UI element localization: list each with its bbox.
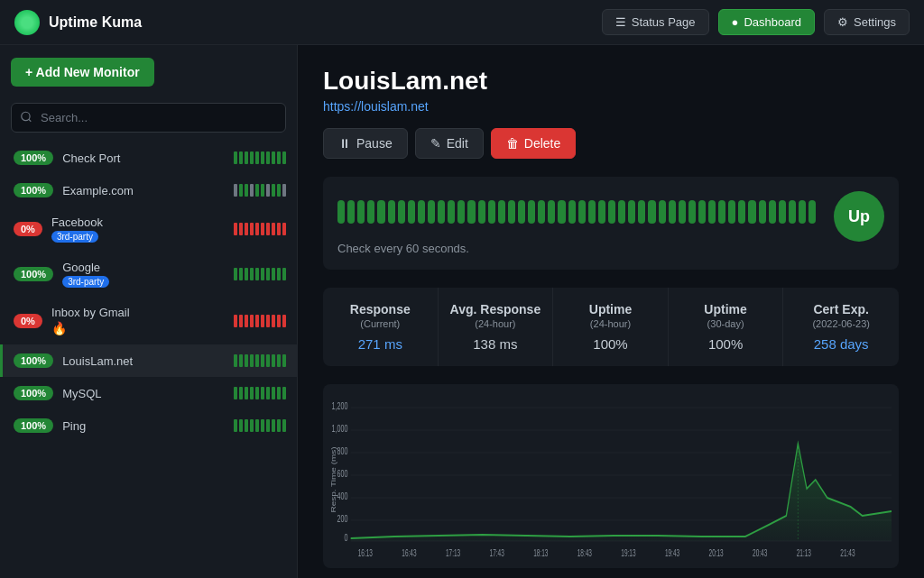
dashboard-button[interactable]: ● Dashboard — [718, 9, 815, 35]
status-bar-flex: Up — [337, 191, 884, 242]
status-pill — [548, 200, 555, 224]
app-logo: Uptime Kuma — [14, 10, 142, 35]
bar-segment — [261, 315, 264, 327]
search-input[interactable] — [11, 103, 286, 133]
status-pill — [759, 200, 766, 224]
svg-text:20:43: 20:43 — [753, 548, 767, 559]
delete-button[interactable]: 🗑 Delete — [491, 128, 576, 159]
add-monitor-button[interactable]: + Add New Monitor — [11, 58, 154, 87]
stat-value: 100% — [679, 336, 772, 352]
bar-segment — [239, 387, 243, 399]
status-pill — [457, 200, 465, 224]
monitor-item-facebook[interactable]: 0%Facebook3rd-party — [0, 206, 297, 252]
bar-segment — [245, 354, 248, 367]
status-pill — [698, 200, 706, 224]
status-pill — [789, 200, 796, 224]
status-pill — [428, 200, 435, 224]
stat-item-0: Response(Current)271 ms — [323, 288, 439, 366]
edit-button[interactable]: ✎ Edit — [415, 128, 484, 159]
stat-value: 100% — [564, 336, 657, 352]
stat-sublabel: (2022-06-23) — [794, 318, 888, 329]
bar-segment — [239, 419, 243, 432]
bar-segment — [272, 268, 275, 280]
bar-segment — [239, 315, 243, 327]
status-badge: 100% — [14, 151, 53, 165]
status-badge: 100% — [14, 386, 53, 400]
stat-sublabel: (Current) — [334, 318, 427, 329]
monitor-bars — [234, 387, 286, 399]
status-pill — [398, 200, 405, 224]
status-pill — [799, 200, 806, 224]
bar-segment — [234, 387, 237, 399]
status-pill — [448, 200, 455, 224]
svg-text:21:13: 21:13 — [797, 548, 811, 559]
bar-segment — [239, 223, 243, 235]
bar-segment — [277, 151, 281, 164]
bar-segment — [234, 268, 237, 280]
monitor-name: Inbox by Gmail🔥 — [51, 306, 225, 335]
bar-segment — [277, 184, 281, 197]
status-pill — [638, 200, 645, 224]
stat-value: 138 ms — [449, 336, 542, 352]
bar-segment — [261, 184, 264, 197]
monitor-name: Check Port — [62, 151, 225, 165]
third-party-tag: 3rd-party — [51, 231, 98, 243]
sidebar-header: + Add New Monitor — [0, 45, 297, 96]
status-pill — [679, 200, 686, 224]
status-page-button[interactable]: ☰ Status Page — [602, 9, 709, 35]
status-pills-row — [337, 200, 816, 224]
bar-segment — [277, 387, 281, 399]
status-pill — [628, 200, 635, 224]
svg-text:16:43: 16:43 — [402, 548, 416, 559]
status-page-icon: ☰ — [615, 15, 626, 29]
monitor-item-google[interactable]: 100%Google3rd-party — [0, 252, 297, 297]
monitor-item-example-com[interactable]: 100%Example.com — [0, 174, 297, 206]
stat-value: 271 ms — [334, 336, 427, 352]
status-pill — [588, 200, 596, 224]
app-title: Uptime Kuma — [49, 14, 142, 31]
monitor-item-mysql[interactable]: 100%MySQL — [0, 377, 297, 409]
sidebar: + Add New Monitor 100%Check Port100%Exam… — [0, 45, 298, 578]
settings-button[interactable]: ⚙ Settings — [824, 9, 910, 35]
status-pill — [337, 200, 345, 224]
status-pill — [408, 200, 415, 224]
stat-item-4: Cert Exp.(2022-06-23)258 days — [783, 288, 899, 366]
monitor-item-ping[interactable]: 100%Ping — [0, 409, 297, 442]
third-party-tag: 3rd-party — [62, 276, 109, 288]
bar-segment — [239, 184, 243, 197]
svg-text:17:13: 17:13 — [446, 548, 460, 559]
bar-segment — [282, 419, 286, 432]
stat-sublabel: (24-hour) — [449, 318, 542, 329]
status-badge: 100% — [14, 353, 53, 368]
monitor-bars — [234, 315, 286, 327]
stat-item-1: Avg. Response(24-hour)138 ms — [439, 288, 554, 366]
monitor-item-inbox-gmail[interactable]: 0%Inbox by Gmail🔥 — [0, 297, 297, 344]
pause-button[interactable]: ⏸ Pause — [323, 128, 408, 159]
status-pill — [608, 200, 615, 224]
bar-segment — [272, 315, 275, 327]
bar-segment — [272, 354, 275, 367]
bar-segment — [245, 419, 248, 432]
action-buttons: ⏸ Pause ✎ Edit 🗑 Delete — [323, 128, 899, 159]
monitor-name: Google3rd-party — [62, 261, 225, 288]
status-badge: 100% — [14, 267, 53, 281]
stat-label: Uptime — [564, 302, 657, 317]
main-layout: + Add New Monitor 100%Check Port100%Exam… — [0, 45, 924, 578]
bar-segment — [255, 268, 259, 280]
status-pill — [708, 200, 716, 224]
search-icon — [20, 110, 32, 125]
topbar-right: ☰ Status Page ● Dashboard ⚙ Settings — [602, 9, 910, 35]
gear-icon: ⚙ — [837, 15, 848, 29]
bar-segment — [272, 223, 275, 235]
monitor-url[interactable]: https://louislam.net — [323, 99, 429, 114]
stat-item-2: Uptime(24-hour)100% — [553, 288, 669, 366]
bar-segment — [255, 151, 259, 164]
bar-segment — [261, 151, 264, 164]
bar-segment — [239, 354, 243, 367]
monitor-item-check-port[interactable]: 100%Check Port — [0, 142, 297, 174]
monitor-item-louislam-net[interactable]: 100%LouisLam.net — [0, 344, 297, 377]
svg-text:600: 600 — [337, 469, 348, 480]
bar-segment — [266, 268, 270, 280]
status-pill — [367, 200, 374, 224]
svg-text:19:43: 19:43 — [665, 548, 679, 559]
